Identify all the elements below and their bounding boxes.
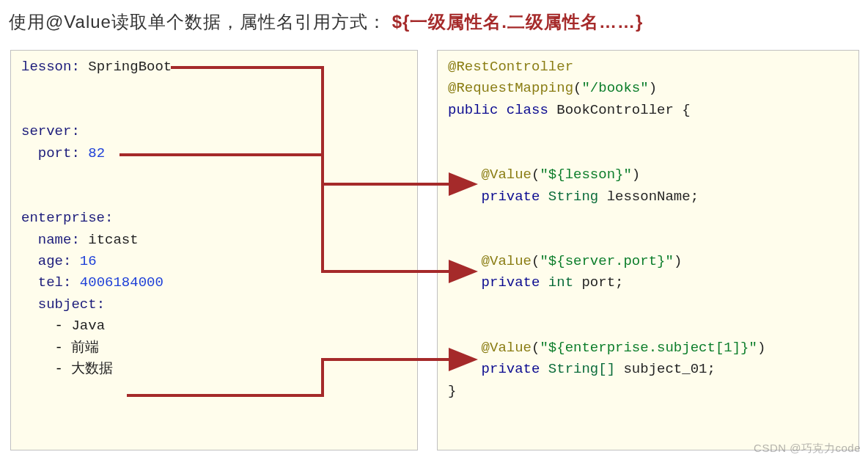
page-title: 使用@Value读取单个数据，属性名引用方式： ${一级属性名.二级属性名……}: [9, 10, 643, 34]
yaml-subject-1: - 前端: [21, 337, 407, 359]
java-close-brace: }: [448, 381, 848, 402]
java-panel: @RestController @RequestMapping("/books"…: [437, 50, 859, 450]
yaml-name: name: itcast: [21, 230, 407, 251]
java-class-decl: public class BookController {: [448, 100, 848, 121]
heading-text: 使用@Value读取单个数据，属性名引用方式：: [9, 12, 386, 32]
watermark: CSDN @巧克力code: [754, 442, 861, 456]
yaml-subject-2: - 大数据: [21, 359, 407, 380]
yaml-lesson: lesson: SpringBoot: [21, 56, 407, 78]
java-field-1: private String lessonName;: [448, 186, 848, 208]
java-reqmap-anno: @RequestMapping("/books"): [448, 78, 848, 99]
yaml-server-port: port: 82: [21, 143, 407, 164]
heading-highlight: ${一级属性名.二级属性名……}: [392, 12, 644, 32]
java-value-1: @Value("${lesson}"): [448, 164, 848, 186]
java-rest-anno: @RestController: [448, 56, 848, 78]
yaml-enterprise: enterprise:: [21, 208, 407, 229]
yaml-tel: tel: 4006184000: [21, 272, 407, 293]
yaml-subject-0: - Java: [21, 315, 407, 337]
yaml-panel: lesson: SpringBoot server: port: 82 ente…: [10, 50, 418, 450]
java-value-3: @Value("${enterprise.subject[1]}"): [448, 337, 848, 359]
yaml-subject: subject:: [21, 294, 407, 315]
java-value-2: @Value("${server.port}"): [448, 251, 848, 272]
java-field-2: private int port;: [448, 272, 848, 293]
yaml-server: server:: [21, 121, 407, 142]
java-field-3: private String[] subject_01;: [448, 359, 848, 380]
yaml-age: age: 16: [21, 251, 407, 272]
